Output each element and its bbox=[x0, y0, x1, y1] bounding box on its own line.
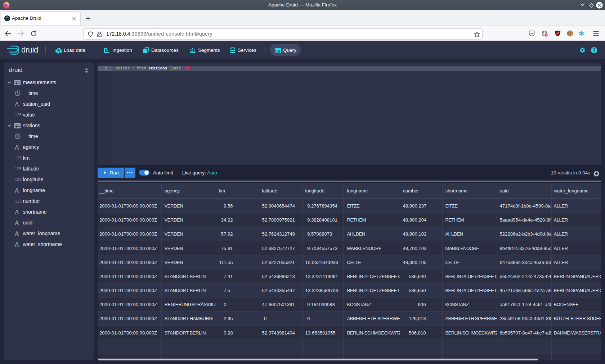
svg-text:uO: uO bbox=[556, 32, 559, 34]
